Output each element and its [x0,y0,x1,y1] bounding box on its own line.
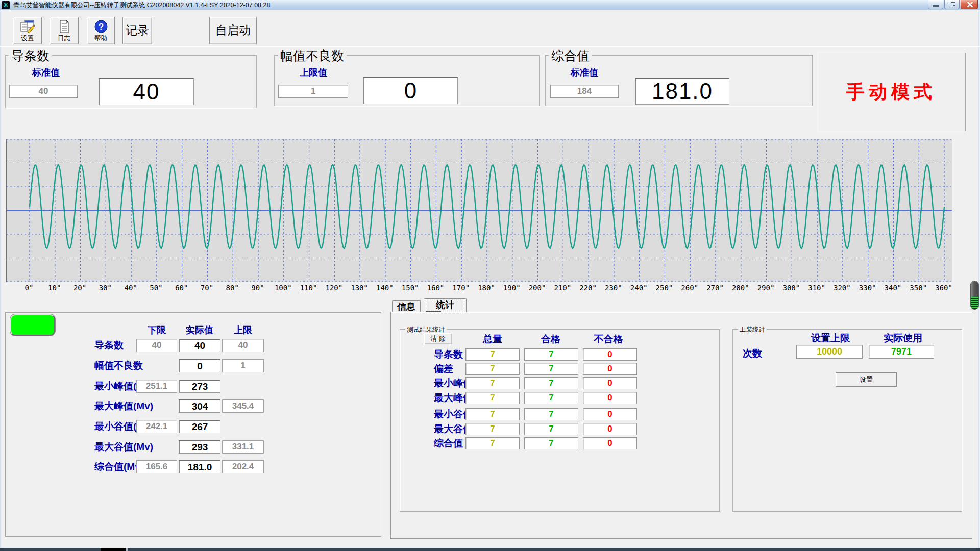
x-tick-label: 80° [226,284,239,292]
clear-button[interactable]: 清 除 [424,333,452,344]
toolbar-separator [0,46,980,47]
composite-standard-input[interactable]: 184 [550,85,619,98]
x-tick-label: 40° [124,284,137,292]
minimize-icon [933,5,939,7]
composite-standard-label: 标准值 [571,66,598,79]
x-tick-label: 170° [452,284,470,292]
pass-count: 7 [524,423,578,435]
tab-info[interactable]: 信息 [392,300,421,312]
tooling-stats-title: 工装统计 [738,325,767,334]
x-tick-label: 180° [478,284,495,292]
x-tick-label: 0° [25,284,34,292]
x-tick-label: 150° [402,284,419,292]
high-limit-value: 202.4 [222,460,264,473]
bar-count-title: 导条数 [9,47,52,64]
amplitude-defect-display: 0 [363,77,458,104]
x-tick-label: 70° [201,284,213,292]
stats-row: 最大谷值 7 7 0 [0,423,980,435]
log-icon [59,20,69,35]
x-tick-label: 130° [351,284,368,292]
help-icon: ? [94,20,108,35]
pass-count: 7 [524,363,578,375]
log-button[interactable]: 日志 [50,17,79,44]
upper-limit-label: 上限值 [300,66,327,79]
total-count: 7 [465,348,520,361]
usage-count-label: 次数 [743,347,762,360]
scroll-level-indicator[interactable] [970,281,979,310]
x-tick-label: 230° [605,284,622,292]
help-button[interactable]: ? 帮助 [87,17,115,44]
x-tick-label: 210° [554,284,571,292]
pass-status-lamp [10,314,55,336]
x-tick-label: 190° [503,284,521,292]
composite-title: 综合值 [549,47,592,64]
high-limit-header: 上限 [234,324,252,336]
amplitude-defect-title: 幅值不良数 [278,47,347,64]
waveform-chart [6,139,952,282]
bar-count-standard-label: 标准值 [32,66,60,79]
composite-display: 181.0 [635,78,729,105]
x-tick-label: 280° [732,284,749,292]
window-titlebar[interactable]: ❋ 青岛艾普智能仪器有限公司--压铸转子测试系统 G202008042 V1.1… [0,0,980,10]
x-tick-label: 220° [579,284,597,292]
tooling-set-button[interactable]: 设置 [836,372,897,387]
total-count: 7 [465,377,520,389]
x-tick-label: 310° [808,284,825,292]
x-tick-label: 20° [74,284,86,292]
settings-button[interactable]: 设置 [13,17,42,44]
actual-used-value: 7971 [869,345,934,359]
set-limit-header: 设置上限 [811,332,850,345]
set-limit-value: 10000 [796,345,863,359]
pass-column-header: 合格 [541,333,560,346]
x-tick-label: 50° [150,284,162,292]
stats-row: 偏差 7 7 0 [0,363,980,375]
x-tick-label: 100° [275,284,292,292]
total-column-header: 总量 [483,333,502,346]
fail-column-header: 不合格 [594,333,623,346]
taskbar-edge [0,548,980,551]
pass-count: 7 [524,377,578,389]
stats-row-label: 综合值 [434,437,463,449]
x-tick-label: 290° [757,284,775,292]
x-tick-label: 200° [529,284,546,292]
result-row: 综合值(Mv) 165.6 181.0 202.4 [0,460,381,473]
minimize-button[interactable] [928,0,943,9]
bar-count-display: 40 [99,78,194,105]
taskbar-app-segment [101,548,126,551]
window-title: 青岛艾普智能仪器有限公司--压铸转子测试系统 G202008042 V1.1.4… [13,0,270,10]
low-limit-header: 下限 [148,324,166,336]
pass-count: 7 [524,392,578,404]
x-tick-label: 30° [99,284,112,292]
x-tick-label: 110° [300,284,317,292]
mode-panel: 手动模式 [817,53,966,131]
pass-count: 7 [524,437,578,449]
fail-count: 0 [583,437,637,449]
stats-row-label: 导条数 [434,348,463,361]
scroll-thumb [971,281,978,297]
x-tick-label: 60° [175,284,188,292]
restore-button[interactable] [944,0,960,9]
stats-row: 最小谷值 7 7 0 [0,408,980,420]
close-icon [967,2,973,8]
total-count: 7 [465,423,520,435]
x-tick-label: 360° [935,284,952,292]
low-limit-value: 165.6 [136,460,177,473]
close-button[interactable] [961,0,978,9]
x-tick-label: 10° [48,284,61,292]
fail-count: 0 [583,392,637,404]
x-tick-label: 240° [630,284,648,292]
x-tick-label: 120° [325,284,342,292]
record-button[interactable]: 记录 [122,17,152,44]
taskbar-separator [126,548,128,551]
actual-value-header: 实际值 [186,324,213,336]
bar-count-standard-input[interactable]: 40 [9,85,78,98]
stats-row: 最大峰值 7 7 0 [0,392,980,404]
upper-limit-input[interactable]: 1 [278,85,348,98]
x-tick-label: 250° [656,284,673,292]
svg-text:?: ? [98,22,103,32]
x-tick-label: 330° [859,284,876,292]
total-count: 7 [465,363,520,375]
level-stripes [971,297,978,309]
autostart-button[interactable]: 自启动 [209,17,257,44]
tab-stats[interactable]: 统计 [424,298,467,312]
